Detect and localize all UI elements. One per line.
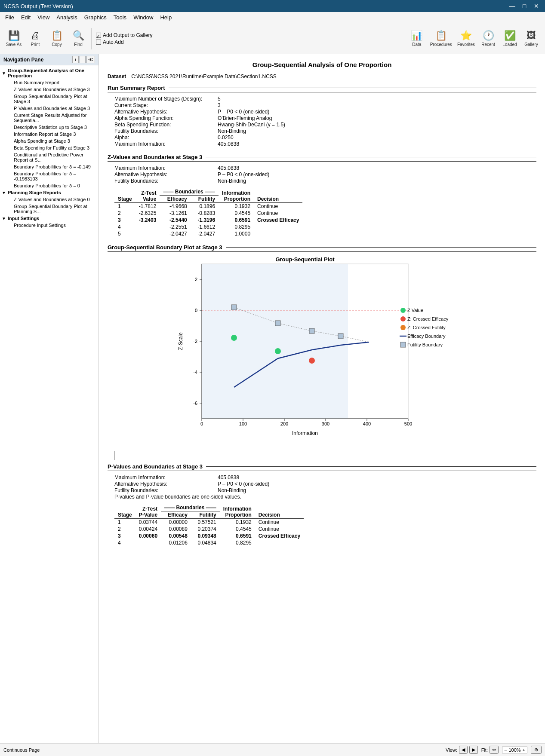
fit-control: Fit: ⇔	[481, 746, 499, 754]
nav-item-current-stage[interactable]: Current Stage Results Adjusted for Seque…	[5, 112, 99, 124]
loaded-icon: ✅	[504, 30, 516, 41]
copy-icon: 📋	[51, 30, 63, 41]
z-row-2: 2 -2.6325 -3.1261 -0.8283 0.4545 Continu…	[114, 210, 302, 217]
nav-item-z-values-s0[interactable]: Z-Values and Boundaries at Stage 0	[5, 196, 99, 203]
menu-analysis[interactable]: Analysis	[53, 13, 80, 22]
data-button[interactable]: 📊 Data	[406, 25, 427, 52]
z-values-info: Maximum Information: 405.0838 Alternativ…	[114, 165, 536, 184]
find-button[interactable]: 🔍 Find	[68, 25, 89, 52]
svg-rect-37	[400, 342, 406, 347]
fit-button[interactable]: ⇔	[490, 746, 499, 754]
p-row-1: 1 0.03744 0.00000 0.57521 0.1932 Continu…	[114, 519, 304, 526]
close-button[interactable]: ✕	[531, 1, 542, 11]
col-efficacy: Efficacy	[160, 196, 190, 203]
recent-button[interactable]: 🕐 Recent	[478, 25, 499, 52]
run-summary-section: Run Summary Report Maximum Number of Sta…	[108, 85, 536, 147]
save-as-button[interactable]: 💾 Save As	[3, 25, 24, 52]
auto-add-button[interactable]: Auto Add	[94, 39, 154, 46]
menu-graphics[interactable]: Graphics	[81, 13, 110, 22]
z-info-label-1: Alternative Hypothesis:	[114, 171, 218, 178]
run-summary-value-1: 3	[218, 102, 221, 108]
p-test-2: 0.00424	[135, 526, 161, 533]
p-info-value-1: P – P0 < 0 (one-sided)	[218, 481, 269, 487]
view-decrease-button[interactable]: ◀	[459, 746, 468, 754]
p-col-stage: Stage	[114, 504, 135, 519]
nav-group-gsaop[interactable]: ▼ Group-Sequential Analysis of One Propo…	[0, 67, 99, 79]
nav-group-planning-label[interactable]: ▼ Planning Stage Reports	[0, 189, 99, 196]
nav-item-beta-spending[interactable]: Beta Spending for Futility at Stage 3	[5, 144, 99, 151]
nav-controls: + − ≪	[72, 56, 95, 63]
expand-triangle-icon: ▼	[2, 71, 6, 76]
col-futility: Futility	[191, 196, 219, 203]
p-info-value-0: 405.0838	[218, 474, 239, 481]
gallery-button[interactable]: 🖼 Gallery	[521, 25, 542, 52]
nav-item-info-report[interactable]: Information Report at Stage 3	[5, 131, 99, 138]
nav-item-boundary-prob-0[interactable]: Boundary Probabilities for δ = 0	[5, 182, 99, 189]
maximize-button[interactable]: □	[519, 1, 530, 11]
run-summary-label-4: Beta Spending Function:	[114, 122, 218, 128]
p-fut-4: 0.04834	[191, 539, 220, 546]
nav-group-planning[interactable]: ▼ Planning Stage Reports	[0, 189, 99, 196]
menu-edit[interactable]: Edit	[18, 13, 34, 22]
svg-text:Z-Scale: Z-Scale	[178, 332, 184, 350]
nav-item-p-values-s3[interactable]: P-Values and Boundaries at Stage 3	[5, 105, 99, 112]
p-dec-2: Continue	[255, 526, 304, 533]
z-eff-3: -2.5440	[160, 217, 190, 223]
nav-group-gsaop-label[interactable]: ▼ Group-Sequential Analysis of One Propo…	[0, 67, 99, 79]
z-test-1: -1.7812	[135, 203, 160, 210]
run-summary-table: Maximum Number of Stages (Design): 5 Cur…	[114, 96, 536, 147]
nav-item-alpha-spending[interactable]: Alpha Spending at Stage 3	[5, 138, 99, 144]
add-output-button[interactable]: Add Output to Gallery	[94, 32, 154, 39]
nav-item-descriptive[interactable]: Descriptive Statistics up to Stage 3	[5, 124, 99, 131]
print-button[interactable]: 🖨 Print	[25, 25, 46, 52]
svg-rect-1	[202, 264, 348, 419]
nav-close-button[interactable]: ≪	[86, 56, 95, 63]
p-dec-3: Crossed Efficacy	[255, 533, 304, 539]
minimize-button[interactable]: —	[507, 1, 517, 11]
zoom-in-button[interactable]: +	[523, 747, 525, 753]
menu-tools[interactable]: Tools	[110, 13, 130, 22]
nav-collapse-button[interactable]: −	[80, 56, 86, 63]
p-stage-4: 4	[114, 539, 135, 546]
content-area[interactable]: Group-Sequential Analysis of One Proport…	[99, 54, 545, 743]
nav-gsaop-items: Run Summary Report Z-Values and Boundari…	[0, 79, 99, 189]
favorites-button[interactable]: ⭐ Favorites	[455, 25, 477, 52]
p-info-2: 0.4545	[220, 526, 255, 533]
run-summary-value-6: 0.0250	[218, 135, 234, 141]
page-nav-button[interactable]: ⊕	[531, 746, 542, 754]
p-info-label-1: Alternative Hypothesis:	[114, 481, 218, 487]
z-stage-2: 2	[114, 210, 135, 217]
col-stage: Stage	[114, 188, 135, 203]
nav-item-boundary-plot-planning[interactable]: Group-Sequential Boundary Plot at Planni…	[5, 203, 99, 215]
copy-button[interactable]: 📋 Copy	[46, 25, 67, 52]
nav-group-input[interactable]: ▼ Input Settings	[0, 215, 99, 222]
nav-item-conditional-power[interactable]: Conditional and Predictive Power Report …	[5, 151, 99, 163]
loaded-button[interactable]: ✅ Loaded	[499, 25, 520, 52]
nav-item-boundary-prob-1983[interactable]: Boundary Probabilities for δ = -0.198310…	[5, 170, 99, 182]
menu-window[interactable]: Window	[130, 13, 157, 22]
z-crossed-efficacy-dot	[309, 358, 315, 364]
nav-expand-button[interactable]: +	[72, 56, 78, 63]
p-test-4	[135, 539, 161, 546]
zoom-out-button[interactable]: −	[504, 747, 507, 753]
boundary-plot-section: Group-Sequential Boundary Plot at Stage …	[108, 244, 536, 444]
procedures-icon: 📋	[435, 30, 447, 41]
menu-help[interactable]: Help	[157, 13, 175, 22]
nav-group-input-label[interactable]: ▼ Input Settings	[0, 215, 99, 222]
nav-item-procedure-input[interactable]: Procedure Input Settings	[5, 222, 99, 229]
nav-item-boundary-plot-s3[interactable]: Group-Sequential Boundary Plot at Stage …	[5, 93, 99, 105]
z-dec-1: Continue	[254, 203, 302, 210]
menu-file[interactable]: File	[2, 13, 18, 22]
procedures-button[interactable]: 📋 Procedures	[428, 25, 454, 52]
add-output-checkbox[interactable]	[96, 33, 101, 38]
run-summary-row-6: Alpha: 0.0250	[114, 135, 536, 141]
nav-item-boundary-prob-149[interactable]: Boundary Probabilities for δ = -0.149	[5, 163, 99, 170]
menu-view[interactable]: View	[34, 13, 53, 22]
view-increase-button[interactable]: ▶	[469, 746, 478, 754]
auto-add-checkbox[interactable]	[96, 40, 101, 45]
nav-item-z-values-s3[interactable]: Z-Values and Boundaries at Stage 3	[5, 86, 99, 93]
p-stage-3: 3	[114, 533, 135, 539]
svg-point-33	[400, 325, 406, 330]
nav-item-run-summary[interactable]: Run Summary Report	[5, 79, 99, 86]
data-label: Data	[412, 42, 421, 47]
